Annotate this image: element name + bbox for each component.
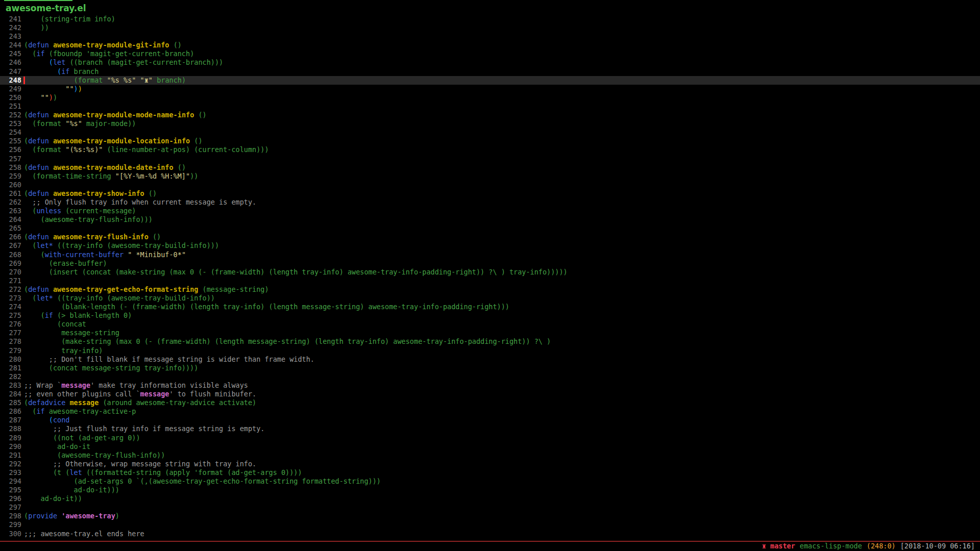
line-number: 245 — [0, 49, 21, 58]
code-line[interactable]: 300;;; awesome-tray.el ends here — [0, 530, 980, 538]
code-line[interactable]: 286 (if awesome-tray-active-p — [0, 407, 980, 416]
code-text: ;; Don't fill blank if message string is… — [24, 355, 314, 364]
line-number: 298 — [0, 512, 21, 520]
code-line[interactable]: 290 ad-do-it — [0, 442, 980, 451]
line-number: 255 — [0, 137, 21, 145]
code-text: (format-time-string "[%Y-%m-%d %H:%M]")) — [24, 172, 198, 181]
code-line[interactable]: 258(defun awesome-tray-module-date-info … — [0, 163, 980, 172]
code-line[interactable]: 279 tray-info) — [0, 346, 980, 355]
code-line[interactable]: 256 (format "(%s:%s)" (line-number-at-po… — [0, 145, 980, 154]
code-line[interactable]: 274 (blank-length (- (frame-width) (leng… — [0, 303, 980, 311]
code-line[interactable]: 295 ad-do-it))) — [0, 486, 980, 494]
code-text: ad-do-it))) — [24, 486, 119, 494]
code-line[interactable]: 272(defun awesome-tray-get-echo-format-s… — [0, 285, 980, 294]
code-text: (defun awesome-tray-show-info () — [24, 189, 157, 198]
line-number: 256 — [0, 145, 21, 154]
code-line[interactable]: 277 message-string — [0, 329, 980, 337]
code-text: (defun awesome-tray-get-echo-format-stri… — [24, 285, 269, 294]
line-number: 242 — [0, 23, 21, 32]
code-line[interactable]: 252(defun awesome-tray-module-mode-name-… — [0, 111, 980, 119]
code-line[interactable]: 254 — [0, 128, 980, 137]
line-number: 276 — [0, 320, 21, 329]
code-text: (defun awesome-tray-module-date-info () — [24, 163, 186, 172]
code-line[interactable]: 275 (if (> blank-length 0) — [0, 311, 980, 320]
code-line[interactable]: 285(defadvice message (around awesome-tr… — [0, 398, 980, 407]
code-text: message-string — [24, 329, 119, 337]
code-text: (defun awesome-tray-module-location-info… — [24, 137, 203, 145]
line-number: 274 — [0, 303, 21, 311]
code-line[interactable]: 271 — [0, 277, 980, 285]
code-text: ;; Wrap `message' make tray information … — [24, 381, 248, 390]
code-line[interactable]: 265 — [0, 224, 980, 233]
code-area[interactable]: 241 (string-trim info)242 ))243244(defun… — [0, 15, 980, 538]
code-text: ad-do-it)) — [24, 494, 82, 503]
line-number: 280 — [0, 355, 21, 364]
code-text: "")) — [24, 85, 82, 93]
code-line[interactable]: 260 — [0, 181, 980, 189]
code-line[interactable]: 267 (let* ((tray-info (awesome-tray-buil… — [0, 241, 980, 250]
code-line[interactable]: 298(provide 'awesome-tray) — [0, 512, 980, 520]
code-line[interactable]: 264 (awesome-tray-flush-info))) — [0, 215, 980, 224]
code-line[interactable]: 291 (awesome-tray-flush-info)) — [0, 451, 980, 460]
code-line[interactable]: 266(defun awesome-tray-flush-info () — [0, 233, 980, 241]
code-line[interactable]: 248 (format "%s %s" "♜" branch) — [0, 76, 980, 85]
code-line[interactable]: 273 (let* ((tray-info (awesome-tray-buil… — [0, 294, 980, 303]
code-line[interactable]: 257 — [0, 155, 980, 163]
code-line[interactable]: 299 — [0, 520, 980, 529]
code-line[interactable]: 293 (t (let ((formatted-string (apply 'f… — [0, 468, 980, 477]
code-line[interactable]: 276 (concat — [0, 320, 980, 329]
line-number: 251 — [0, 102, 21, 111]
code-line[interactable]: 268 (with-current-buffer " *Minibuf-0*" — [0, 251, 980, 259]
code-line[interactable]: 269 (erase-buffer) — [0, 259, 980, 268]
code-line[interactable]: 284;; even other plugins call `message' … — [0, 390, 980, 398]
code-line[interactable]: 262 ;; Only flush tray info when current… — [0, 198, 980, 207]
line-number: 252 — [0, 111, 21, 119]
code-line[interactable]: 253 (format "%s" major-mode)) — [0, 119, 980, 128]
code-line[interactable]: 278 (make-string (max 0 (- (frame-width)… — [0, 337, 980, 346]
line-number: 290 — [0, 442, 21, 451]
line-number: 267 — [0, 241, 21, 250]
code-line[interactable]: 280 ;; Don't fill blank if message strin… — [0, 355, 980, 364]
code-text: (defun awesome-tray-module-git-info () — [24, 41, 182, 49]
code-text: (blank-length (- (frame-width) (length t… — [24, 303, 509, 311]
code-line[interactable]: 243 — [0, 32, 980, 41]
buffer-tab-title[interactable]: awesome-tray.el — [6, 3, 86, 13]
code-line[interactable]: 247 (if branch — [0, 67, 980, 76]
code-line[interactable]: 246 (let ((branch (magit-get-current-bra… — [0, 58, 980, 67]
code-line[interactable]: 288 ;; Just flush tray info if message s… — [0, 424, 980, 433]
code-line[interactable]: 242 )) — [0, 23, 980, 32]
code-line[interactable]: 251 — [0, 102, 980, 111]
code-text: (t (let ((formatted-string (apply 'forma… — [24, 468, 302, 477]
code-line[interactable]: 249 "")) — [0, 85, 980, 93]
code-line[interactable]: 283;; Wrap `message' make tray informati… — [0, 381, 980, 390]
code-line[interactable]: 245 (if (fboundp 'magit-get-current-bran… — [0, 49, 980, 58]
code-line[interactable]: 263 (unless (current-message) — [0, 207, 980, 215]
line-number: 299 — [0, 520, 21, 529]
code-line[interactable]: 281 (concat message-string tray-info)))) — [0, 364, 980, 372]
code-line[interactable]: 294 (ad-set-args 0 `(,(awesome-tray-get-… — [0, 477, 980, 486]
code-line[interactable]: 282 — [0, 372, 980, 381]
code-line[interactable]: 297 — [0, 503, 980, 512]
code-line[interactable]: 244(defun awesome-tray-module-git-info (… — [0, 41, 980, 49]
code-line[interactable]: 287 (cond — [0, 416, 980, 424]
code-text: (let* ((tray-info (awesome-tray-build-in… — [24, 294, 215, 303]
code-line[interactable]: 250 "")) — [0, 93, 980, 102]
code-line[interactable]: 270 (insert (concat (make-string (max 0 … — [0, 268, 980, 277]
line-number: 257 — [0, 155, 21, 163]
line-number: 244 — [0, 41, 21, 49]
line-number: 297 — [0, 503, 21, 512]
line-number: 281 — [0, 364, 21, 372]
code-line[interactable]: 261(defun awesome-tray-show-info () — [0, 189, 980, 198]
line-number: 278 — [0, 337, 21, 346]
line-number: 295 — [0, 486, 21, 494]
code-line[interactable]: 292 ;; Otherwise, wrap message string wi… — [0, 460, 980, 468]
code-line[interactable]: 289 ((not (ad-get-arg 0)) — [0, 434, 980, 442]
line-number: 266 — [0, 233, 21, 241]
code-text: (if (fboundp 'magit-get-current-branch) — [24, 49, 194, 58]
code-line[interactable]: 259 (format-time-string "[%Y-%m-%d %H:%M… — [0, 172, 980, 181]
code-line[interactable]: 255(defun awesome-tray-module-location-i… — [0, 137, 980, 145]
line-number: 243 — [0, 32, 21, 41]
code-line[interactable]: 296 ad-do-it)) — [0, 494, 980, 503]
line-number: 296 — [0, 494, 21, 503]
code-line[interactable]: 241 (string-trim info) — [0, 15, 980, 23]
